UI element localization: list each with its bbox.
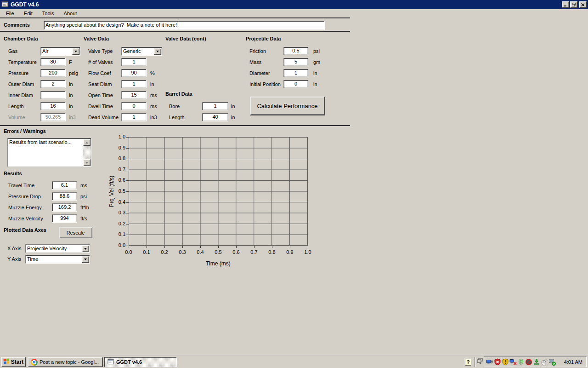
friction-label: Friction	[249, 47, 283, 55]
system-tray: 4:01 AM	[484, 356, 587, 367]
menu-bar: File Edit Tools About	[0, 9, 588, 17]
separator	[0, 125, 350, 126]
plotted-data-axes-header: Plotted Data Axes	[4, 227, 46, 233]
tick-label: 0.5	[112, 188, 125, 194]
title-bar: GGDT v4.6	[0, 0, 588, 9]
bore-input[interactable]: 1	[202, 102, 228, 110]
restore-button[interactable]	[570, 1, 577, 8]
barrel-length-input[interactable]: 40	[202, 113, 228, 121]
menu-tools[interactable]: Tools	[38, 9, 58, 17]
muzzle-energy-unit: ft*lb	[80, 203, 89, 212]
chart: Time (ms) Proj Vel (ft/s) 1.00.90.80.70.…	[103, 133, 319, 271]
bore-label: Bore	[169, 102, 200, 110]
menu-file[interactable]: File	[2, 9, 18, 17]
valve-data-header: Valve Data	[84, 36, 109, 41]
tick-label: 0.8	[265, 249, 279, 255]
tick-label: 0.3	[112, 210, 125, 215]
security-alert-icon[interactable]	[494, 358, 501, 366]
menu-about[interactable]: About	[60, 9, 81, 17]
update-download-icon[interactable]	[533, 358, 540, 366]
tick-mark	[254, 246, 254, 248]
tick-mark	[308, 246, 308, 248]
chamber-data-header: Chamber Data	[4, 36, 38, 41]
start-button[interactable]: Start	[1, 357, 26, 367]
tick-mark	[126, 170, 129, 170]
tick-mark	[126, 148, 129, 149]
results-header: Results	[4, 171, 22, 176]
scrollbar-track[interactable]	[83, 146, 90, 159]
app-form-icon	[107, 359, 114, 366]
y-axis-select[interactable]: Time	[25, 255, 90, 264]
pressure-drop-unit: psi	[80, 192, 87, 201]
tick-mark	[126, 213, 129, 213]
tick-label: 0.2	[158, 249, 171, 255]
taskbar-task-browser[interactable]: Post a new topic - Googl...	[28, 357, 103, 367]
tick-label: 0.3	[175, 249, 189, 255]
scroll-up-icon[interactable]	[83, 139, 90, 146]
network-disconnected-icon[interactable]	[509, 358, 517, 366]
friction-input[interactable]: 0.5	[283, 47, 308, 55]
initial-position-unit: in	[313, 80, 317, 88]
text-caret	[177, 22, 177, 28]
comments-label: Comments	[4, 22, 30, 28]
diameter-unit: in	[313, 69, 317, 77]
menu-edit[interactable]: Edit	[20, 9, 37, 17]
tick-mark	[126, 235, 129, 235]
taskbar-divider	[475, 357, 475, 367]
help-tray-button[interactable]: ?	[463, 357, 473, 367]
rescale-button[interactable]: Rescale	[59, 227, 92, 238]
chevron-down-icon[interactable]	[82, 245, 89, 252]
errors-scrollbar[interactable]	[83, 139, 90, 166]
close-button[interactable]	[579, 1, 587, 8]
valve-data-cont-header: Valve Data (cont)	[165, 36, 206, 41]
mouse-device-icon[interactable]	[541, 358, 548, 366]
initial-position-label: Initial Position	[249, 80, 283, 88]
calculate-performance-button[interactable]: Calculate Performance	[250, 97, 325, 115]
window-stack-icon[interactable]	[477, 358, 484, 366]
tick-mark	[126, 137, 129, 138]
network-ok-icon[interactable]	[548, 358, 556, 366]
x-axis-select[interactable]: Projectile Velocity	[25, 244, 90, 253]
network-activity-icon[interactable]	[486, 358, 493, 366]
tick-label: 0.0	[122, 249, 136, 255]
wireless-signal-icon[interactable]	[517, 358, 525, 366]
windows-logo-icon	[3, 358, 10, 366]
diameter-label: Diameter	[249, 69, 283, 77]
comments-input[interactable]: Anything special about the design? Make …	[44, 21, 325, 30]
muzzle-velocity-unit: ft/s	[80, 214, 87, 223]
tick-label: 0.7	[112, 167, 125, 172]
muzzle-energy-output: 169.2	[52, 203, 77, 212]
x-axis-label: X Axis	[7, 244, 25, 253]
taskbar-task-ggdt[interactable]: GGDT v4.6	[104, 357, 177, 367]
friction-unit: psi	[313, 47, 320, 55]
tick-label: 0.8	[112, 155, 125, 161]
diameter-input[interactable]: 1	[283, 69, 308, 77]
separator	[0, 31, 350, 32]
separator	[0, 17, 350, 18]
tick-label: 0.2	[112, 221, 125, 226]
initial-position-input[interactable]: 0	[283, 80, 308, 88]
tick-mark	[200, 246, 201, 248]
tick-mark	[147, 246, 147, 248]
open-time-input[interactable]: 15	[121, 91, 147, 99]
security-warning-icon[interactable]	[502, 358, 509, 366]
tick-label: 0.7	[247, 249, 261, 255]
tick-label: 0.4	[112, 199, 125, 205]
tick-mark	[272, 246, 272, 248]
chrome-icon	[31, 359, 38, 366]
chevron-down-icon[interactable]	[82, 256, 89, 263]
tick-mark	[236, 246, 237, 248]
scroll-down-icon[interactable]	[83, 159, 90, 166]
tick-mark	[126, 224, 129, 224]
errors-warnings-header: Errors / Warnings	[4, 128, 46, 134]
mass-input[interactable]: 5	[283, 58, 308, 66]
mass-unit: gm	[313, 58, 320, 66]
minimize-button[interactable]	[562, 1, 569, 8]
tick-label: 0.0	[112, 242, 125, 248]
tick-mark	[164, 246, 165, 248]
tick-label: 1.0	[301, 249, 315, 255]
muzzle-velocity-label: Muzzle Velocity	[8, 214, 51, 223]
blocked-connection-icon[interactable]	[525, 358, 532, 366]
tick-label: 1.0	[112, 134, 125, 139]
errors-textbox[interactable]: Results from last scenario...	[7, 138, 91, 167]
